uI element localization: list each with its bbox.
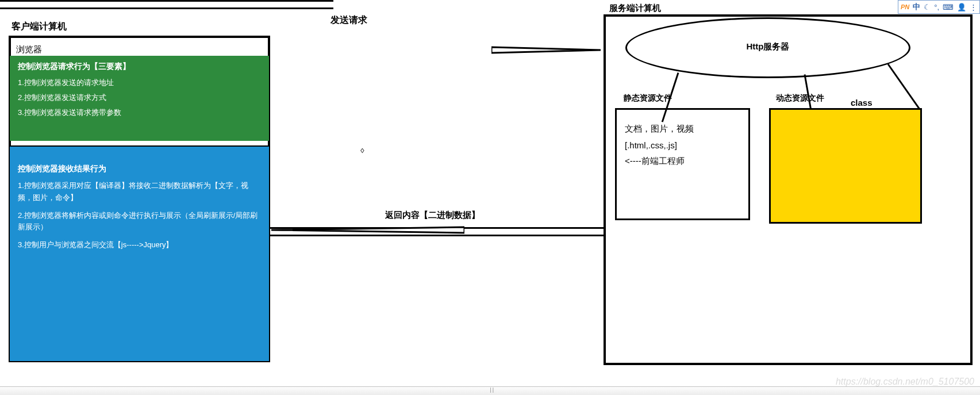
request-arrow-stem [0,0,333,9]
request-point-3: 3.控制浏览器发送请求携带参数 [18,108,261,118]
response-behavior-panel: 控制浏览器接收结果行为 1.控制浏览器采用对应【编译器】将接收二进制数据解析为【… [10,145,269,361]
send-request-label: 发送请求 [330,14,367,26]
static-line-1: 文档，图片，视频 [625,124,740,135]
request-panel-header: 控制浏览器请求行为【三要素】 [18,62,261,72]
class-label: class [851,98,873,108]
ime-tray[interactable]: PN 中 ☾ °, ⌨ 👤 ⋮ [898,0,980,14]
static-resource-title: 静态资源文件 [624,93,672,103]
request-point-1: 1.控制浏览器发送的请求地址 [18,78,261,88]
server-computer-title: 服务端计算机 [609,3,661,14]
static-line-3: <----前端工程师 [625,156,740,167]
static-resource-box: 文档，图片，视频 [.html,.css,.js] <----前端工程师 [615,108,750,220]
request-point-2: 2.控制浏览器发送请求方式 [18,93,261,103]
svg-marker-0 [491,47,601,53]
watermark-text: https://blog.csdn.net/m0_5107500 [836,377,974,387]
dynamic-resource-box [769,108,922,224]
browser-label: 浏览器 [16,44,42,55]
dynamic-resource-title: 动态资源文件 [776,93,824,103]
response-point-1: 1.控制浏览器采用对应【编译器】将接收二进制数据解析为【文字，视频，图片，命令】 [18,180,261,204]
request-behavior-panel: 控制浏览器请求行为【三要素】 1.控制浏览器发送的请求地址 2.控制浏览器发送请… [10,56,269,141]
response-point-3: 3.控制用户与浏览器之间交流【js----->Jquery】 [18,239,261,251]
ime-brand-icon: PN [901,3,909,10]
svg-marker-1 [271,227,464,233]
user-icon[interactable]: 👤 [957,3,966,11]
response-arrow-head [269,220,464,240]
request-arrow-head [491,40,606,60]
moon-icon[interactable]: ☾ [924,3,931,11]
cursor-icon: ⬨ [359,144,366,156]
http-server-ellipse: Http服务器 [625,17,910,78]
return-content-label: 返回内容【二进制数据】 [385,210,480,221]
punctuation-icon[interactable]: °, [934,3,939,11]
horizontal-scrollbar[interactable] [0,386,980,395]
response-panel-header: 控制浏览器接收结果行为 [18,164,261,174]
response-point-2: 2.控制浏览器将解析内容或则命令进行执行与展示（全局刷新展示/局部刷新展示） [18,210,261,234]
client-computer-title: 客户端计算机 [11,21,67,33]
ime-language-indicator[interactable]: 中 [913,2,920,12]
menu-icon[interactable]: ⋮ [970,3,977,11]
keyboard-icon[interactable]: ⌨ [943,3,954,11]
static-line-2: [.html,.css,.js] [625,140,740,150]
